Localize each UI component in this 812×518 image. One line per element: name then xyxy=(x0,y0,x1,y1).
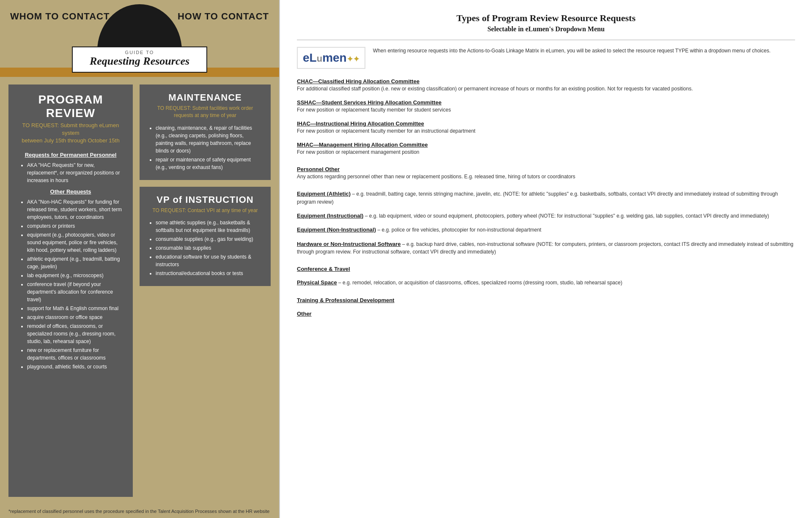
program-review-title: PROGRAM REVIEW xyxy=(19,93,123,120)
list-item: repair or maintenance of safety equipmen… xyxy=(156,156,262,171)
list-item: instructional/educational books or tests xyxy=(156,270,262,277)
vpi-title: VP of INSTRUCTION xyxy=(148,194,262,205)
requesting-resources-title: Requesting Resources xyxy=(80,55,199,68)
list-item: computers or printers xyxy=(27,222,123,230)
list-item: acquire classroom or office space xyxy=(27,314,123,321)
resource-item-desc: For new position or replacement faculty … xyxy=(297,106,795,114)
header-title-box: GUIDE TO Requesting Resources xyxy=(72,4,207,73)
resource-item-desc: – e.g. police or fire vehicles, photocop… xyxy=(376,227,541,233)
vpi-box: VP of INSTRUCTION TO REQUEST: Contact VP… xyxy=(140,187,271,286)
program-review-subtitle: TO REQUEST: Submit through eLumen system… xyxy=(19,122,123,145)
vpi-subtitle: TO REQUEST: Contact VPI at any time of y… xyxy=(148,207,262,214)
elumen-logo-text: eLumen xyxy=(303,51,347,64)
resource-item: Equipment (Athletic) – e.g. treadmill, b… xyxy=(297,190,795,206)
list-item: consumable supplies (e.g., gas for weldi… xyxy=(156,235,262,243)
resource-item-title: Equipment (Non-Instructional) xyxy=(297,226,376,233)
resource-item: Training & Professional Development xyxy=(297,296,795,304)
resource-item: Equipment (Instructional) – e.g. lab equ… xyxy=(297,212,795,220)
resource-item-title: Physical Space xyxy=(297,279,337,286)
resource-item: Conference & Travel xyxy=(297,265,795,273)
resource-item: Hardware or Non-Instructional Software –… xyxy=(297,240,795,256)
title-box: GUIDE TO Requesting Resources xyxy=(72,46,207,73)
other-requests-title: Other Requests xyxy=(19,188,123,195)
permanent-personnel-title: Requests for Permanent Personnel xyxy=(19,152,123,158)
list-item: educational software for use by students… xyxy=(156,253,262,268)
list-item: athletic equipment (e.g., treadmill, bat… xyxy=(27,255,123,270)
resource-item-title: Conference & Travel xyxy=(297,266,350,272)
resource-item: Personnel Other Any actions regarding pe… xyxy=(297,165,795,180)
maintenance-subtitle: TO REQUEST: Submit facilities work order… xyxy=(148,105,262,119)
list-item: new or replacement furniture for departm… xyxy=(27,346,123,362)
list-item: support for Math & English common final xyxy=(27,305,123,312)
resources-container: CHAC—Classified Hiring Allocation Commit… xyxy=(297,77,795,317)
list-item: cleaning, maintenance, & repair of facil… xyxy=(156,124,262,155)
right-column: MAINTENANCE TO REQUEST: Submit facilitie… xyxy=(140,85,271,497)
guide-to-label: GUIDE TO xyxy=(80,50,199,55)
list-item: some athletic supplies (e.g., basketball… xyxy=(156,219,262,234)
list-item: consumable lab supplies xyxy=(156,244,262,252)
resource-item-desc: For additional classified staff position… xyxy=(297,85,795,93)
other-requests-list: AKA "Non-HAC Requests" for funding for r… xyxy=(19,198,123,371)
list-item: AKA "Non-HAC Requests" for funding for r… xyxy=(27,198,123,221)
maintenance-list: cleaning, maintenance, & repair of facil… xyxy=(148,124,262,171)
two-col-content: PROGRAM REVIEW TO REQUEST: Submit throug… xyxy=(8,85,271,497)
resource-item: Equipment (Non-Instructional) – e.g. pol… xyxy=(297,226,795,234)
maintenance-title: MAINTENANCE xyxy=(148,92,262,103)
list-item: playground, athletic fields, or courts xyxy=(27,363,123,371)
elumen-description: When entering resource requests into the… xyxy=(373,47,771,55)
resource-item-title: Personnel Other xyxy=(297,166,340,172)
resource-item-title: CHAC—Classified Hiring Allocation Commit… xyxy=(297,78,420,85)
resource-item-desc: For new position or replacement faculty … xyxy=(297,127,795,135)
right-panel: Types of Program Review Resource Request… xyxy=(279,0,812,518)
list-item: conference travel (if beyond your depart… xyxy=(27,281,123,303)
vpi-list: some athletic supplies (e.g., basketball… xyxy=(148,219,262,277)
resource-item-title: SSHAC—Student Services Hiring Allocation… xyxy=(297,99,442,106)
resource-item-title: IHAC—Instructional Hiring Allocation Com… xyxy=(297,120,424,127)
left-panel: WHOM TO CONTACT GUIDE TO Requesting Reso… xyxy=(0,0,279,518)
divider xyxy=(297,40,795,40)
resource-item-desc: – e.g. lab equipment, video or sound equ… xyxy=(363,213,769,219)
left-header: WHOM TO CONTACT GUIDE TO Requesting Reso… xyxy=(0,0,279,68)
list-item: AKA "HAC Requests" for new, replacement*… xyxy=(27,161,123,184)
resource-item-title: Equipment (Instructional) xyxy=(297,213,363,219)
resource-item-title: MHAC—Management Hiring Allocation Commit… xyxy=(297,142,428,148)
resource-item: Other xyxy=(297,310,795,317)
right-panel-subtitle: Selectable in eLumen's Dropdown Menu xyxy=(297,25,795,33)
resource-item-title: Hardware or Non-Instructional Software xyxy=(297,241,401,247)
resource-item-title: Training & Professional Development xyxy=(297,297,394,303)
resource-item: CHAC—Classified Hiring Allocation Commit… xyxy=(297,77,795,93)
list-item: remodel of offices, classrooms, or speci… xyxy=(27,322,123,345)
left-content: PROGRAM REVIEW TO REQUEST: Submit throug… xyxy=(0,77,279,504)
resource-item-desc: – e.g. treadmill, batting cage, tennis s… xyxy=(297,191,778,205)
resource-item-desc: For new position or replacement manageme… xyxy=(297,148,795,156)
resource-item: SSHAC—Student Services Hiring Allocation… xyxy=(297,98,795,114)
list-item: equipment (e.g., photocopiers, video or … xyxy=(27,231,123,254)
resource-item-title: Other xyxy=(297,311,312,317)
list-item: lab equipment (e.g., microscopes) xyxy=(27,272,123,279)
elumen-intro: eLumen✦✦ When entering resource requests… xyxy=(297,47,795,69)
resource-item-title: Equipment (Athletic) xyxy=(297,191,351,197)
footer-text: *replacement of classified personnel use… xyxy=(8,509,269,514)
right-panel-title: Types of Program Review Resource Request… xyxy=(297,13,795,24)
program-review-box: PROGRAM REVIEW TO REQUEST: Submit throug… xyxy=(8,85,133,497)
resource-item: Physical Space – e.g. remodel, relocatio… xyxy=(297,278,795,287)
elumen-logo: eLumen✦✦ xyxy=(297,47,365,69)
resource-item: MHAC—Management Hiring Allocation Commit… xyxy=(297,141,795,156)
resource-item: IHAC—Instructional Hiring Allocation Com… xyxy=(297,120,795,135)
black-circle xyxy=(97,4,182,51)
resource-item-desc: – e.g. remodel, relocation, or acquisiti… xyxy=(337,280,623,286)
resource-item-desc: Any actions regarding personnel other th… xyxy=(297,173,795,180)
left-footer: *replacement of classified personnel use… xyxy=(0,504,279,518)
permanent-personnel-list: AKA "HAC Requests" for new, replacement*… xyxy=(19,161,123,184)
maintenance-box: MAINTENANCE TO REQUEST: Submit facilitie… xyxy=(140,85,271,180)
